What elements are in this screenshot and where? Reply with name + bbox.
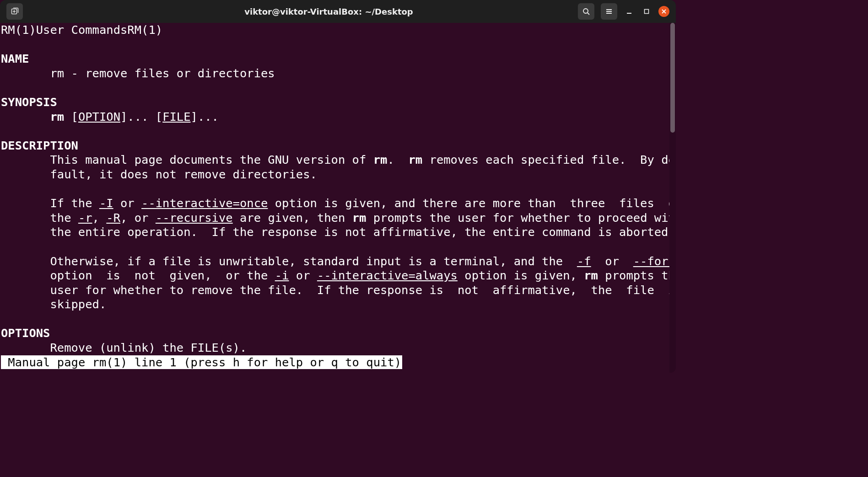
maximize-icon: [643, 8, 650, 15]
desc-p1-l2: fault, it does not remove directories.: [1, 167, 669, 182]
minimize-icon: [626, 8, 632, 15]
section-options: OPTIONS: [1, 326, 669, 341]
desc-p3-l2: option is not given, or the -i or --inte…: [1, 268, 669, 283]
desc-p3-l1: Otherwise, if a file is unwritable, stan…: [1, 254, 669, 269]
desc-p2-l3: the entire operation. If the response is…: [1, 225, 669, 240]
options-l1: Remove (unlink) the FILE(s).: [1, 341, 669, 355]
desc-p3-l3: user for whether to remove the file. If …: [1, 283, 669, 298]
synopsis-line: rm [OPTION]... [FILE]...: [1, 110, 669, 124]
man-header-left: RM(1): [1, 23, 36, 37]
titlebar: viktor@viktor-VirtualBox: ~/Desktop: [0, 0, 676, 23]
close-button[interactable]: [658, 6, 669, 17]
section-description: DESCRIPTION: [1, 139, 669, 153]
search-button[interactable]: [578, 3, 594, 20]
minimize-button[interactable]: [624, 6, 635, 17]
terminal-viewport[interactable]: RM(1)User CommandsRM(1)NAMErm - remove f…: [0, 23, 669, 373]
hamburger-icon: [605, 7, 613, 16]
maximize-button[interactable]: [641, 6, 652, 17]
status-line-wrap: Manual page rm(1) line 1 (press h for he…: [1, 355, 669, 370]
scrollbar-thumb[interactable]: [670, 23, 675, 133]
titlebar-left: [4, 3, 104, 20]
new-tab-icon: [11, 7, 19, 16]
scrollbar[interactable]: [669, 23, 676, 373]
svg-line-2: [588, 13, 589, 15]
name-line: rm - remove files or directories: [1, 66, 669, 81]
search-icon: [582, 7, 590, 16]
man-status-line: Manual page rm(1) line 1 (press h for he…: [1, 355, 402, 369]
man-header-center: User Commands: [36, 23, 128, 37]
desc-p2-l1: If the -I or --interactive=once option i…: [1, 196, 669, 211]
man-page-content: RM(1)User CommandsRM(1)NAMErm - remove f…: [0, 23, 669, 370]
terminal-body-wrap: RM(1)User CommandsRM(1)NAMErm - remove f…: [0, 23, 676, 373]
svg-rect-7: [645, 10, 649, 14]
close-icon: [661, 9, 667, 14]
section-synopsis: SYNOPSIS: [1, 95, 669, 110]
menu-button[interactable]: [601, 3, 617, 20]
desc-p3-l4: skipped.: [1, 297, 669, 312]
titlebar-right: [553, 3, 672, 20]
desc-p1-l1: This manual page documents the GNU versi…: [1, 153, 669, 167]
man-header: RM(1)User CommandsRM(1): [1, 23, 669, 38]
section-name: NAME: [1, 52, 669, 66]
desc-p2-l2: the -r, -R, or --recursive are given, th…: [1, 211, 669, 225]
new-tab-button[interactable]: [6, 3, 23, 20]
svg-point-1: [583, 9, 588, 13]
terminal-window: viktor@viktor-VirtualBox: ~/Desktop: [0, 0, 676, 373]
window-title: viktor@viktor-VirtualBox: ~/Desktop: [104, 7, 553, 16]
man-header-right: RM(1): [127, 23, 162, 37]
